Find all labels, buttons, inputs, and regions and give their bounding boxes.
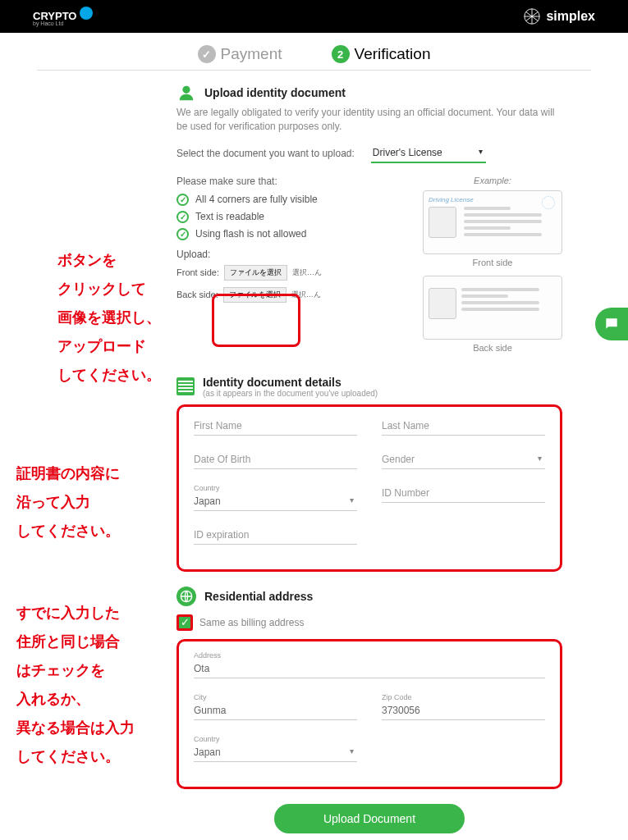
back-file-status: 選択…ん <box>291 290 321 300</box>
progress-steps: ✓ Payment 2 Verification <box>37 45 591 63</box>
check-item-0: All 4 corners are fully visible <box>195 194 318 205</box>
globe-icon <box>176 587 196 606</box>
back-caption: Back side <box>423 343 562 353</box>
check-icon: ✓ <box>176 211 189 223</box>
address-section-head: Residential address <box>176 587 562 606</box>
address-form-box: Address Ota City Gunma Zip Code 3730056 … <box>176 639 562 789</box>
step-verification-label: Verification <box>355 45 431 63</box>
header-bar: CRYPTO by Haco Ltd simplex <box>0 0 628 33</box>
addr-country-select[interactable]: Japan <box>194 743 357 762</box>
annotation-upload: ボタンを クリックして 画像を選択し、 アップロード してください。 <box>57 246 161 390</box>
person-icon <box>176 83 196 103</box>
example-card-title: Driving License <box>429 196 557 203</box>
brand-left-sub: by Haco Ltd <box>33 21 93 26</box>
step-payment: ✓ Payment <box>198 45 282 63</box>
upload-label: Upload: <box>176 249 405 260</box>
divider <box>37 70 591 71</box>
details-section-head: Identity document details (as it appears… <box>176 376 562 398</box>
upload-document-button[interactable]: Upload Document <box>274 804 465 833</box>
front-side-label: Front side: <box>176 267 219 277</box>
city-label: City <box>194 693 357 701</box>
details-title: Identity document details <box>203 376 378 389</box>
front-file-status: 選択…ん <box>292 267 322 278</box>
example-label: Example: <box>423 176 562 185</box>
first-name-input[interactable]: First Name <box>194 417 357 436</box>
address-input[interactable]: Ota <box>194 660 545 678</box>
doc-select-label: Select the document you want to upload: <box>176 148 355 159</box>
same-address-checkbox[interactable]: ✓ <box>176 614 193 631</box>
country-label: Country <box>194 484 357 492</box>
dob-input[interactable]: Date Of Birth <box>194 450 357 469</box>
photo-placeholder-icon <box>429 288 456 319</box>
check-icon: ✓ <box>176 194 189 206</box>
document-type-select[interactable]: Driver's License <box>371 144 486 163</box>
city-input[interactable]: Gunma <box>194 701 357 720</box>
upload-section-head: Upload identity document <box>176 83 562 103</box>
simplex-icon <box>523 7 541 25</box>
checklist-title: Please make sure that: <box>176 176 405 187</box>
details-form-box: First Name Last Name Date Of Birth Gende… <box>176 404 562 572</box>
address-title: Residential address <box>204 590 313 603</box>
back-file-button[interactable]: ファイルを選択 <box>223 287 286 303</box>
same-address-label: Same as billing address <box>199 617 304 628</box>
zip-label: Zip Code <box>382 693 545 701</box>
step-payment-label: Payment <box>221 45 282 63</box>
check-item-2: Using flash is not allowed <box>195 228 306 240</box>
annotation-details: 証明書の内容に 沿って入力 してください。 <box>16 459 120 546</box>
example-front-card: Driving License <box>423 190 562 254</box>
svg-point-1 <box>182 86 190 94</box>
addr-country-label: Country <box>194 735 357 743</box>
front-file-button[interactable]: ファイルを選択 <box>224 265 287 281</box>
address-label: Address <box>194 651 545 660</box>
upload-desc: We are legally obligated to verify your … <box>176 106 562 134</box>
zip-input[interactable]: 3730056 <box>382 701 545 720</box>
gender-select[interactable]: Gender <box>382 450 545 469</box>
chat-widget-button[interactable] <box>595 308 628 340</box>
brand-logo-left: CRYPTO by Haco Ltd <box>33 7 93 26</box>
step-number-icon: 2 <box>332 45 350 63</box>
check-icon: ✓ <box>176 228 189 240</box>
details-sub: (as it appears in the document you've up… <box>203 389 378 398</box>
check-item-1: Text is readable <box>195 211 264 222</box>
brand-logo-right: simplex <box>523 7 595 25</box>
brand-badge-icon <box>80 7 93 20</box>
id-number-input[interactable]: ID Number <box>382 484 545 503</box>
id-expiration-input[interactable]: ID expiration <box>194 526 357 545</box>
front-caption: Front side <box>423 258 562 267</box>
upload-title: Upload identity document <box>204 86 346 99</box>
back-side-label: Back side: <box>176 290 218 299</box>
last-name-input[interactable]: Last Name <box>382 417 545 436</box>
photo-placeholder-icon <box>429 207 456 238</box>
brand-right-text: simplex <box>546 9 595 24</box>
check-icon: ✓ <box>198 45 216 63</box>
stamp-icon <box>542 196 555 209</box>
document-icon <box>176 377 195 395</box>
example-back-card <box>423 276 562 340</box>
annotation-address: すでに入力した 住所と同じ場合 はチェックを 入れるか、 異なる場合は入力 して… <box>16 599 135 772</box>
step-verification: 2 Verification <box>332 45 431 63</box>
country-select[interactable]: Japan <box>194 492 357 511</box>
